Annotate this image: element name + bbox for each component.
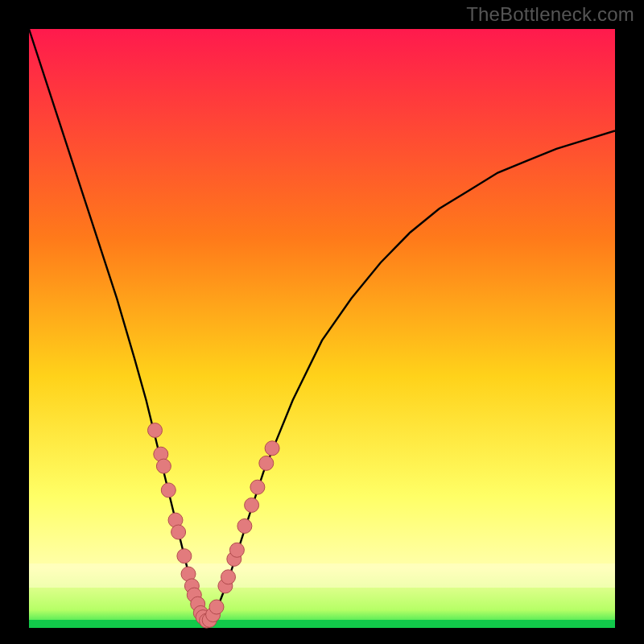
green-edge [29,620,615,628]
marker-dot [171,525,186,539]
marker-dot [259,456,274,470]
marker-dot [209,600,224,614]
bottleneck-chart [0,0,644,644]
marker-dot [161,483,175,497]
marker-dot [237,519,252,534]
marker-dot [156,459,171,473]
marker-dot [221,570,236,584]
plot-background [29,29,615,628]
marker-dot [177,549,192,564]
watermark-text: TheBottleneck.com [466,3,634,26]
marker-dot [245,498,259,513]
chart-stage: TheBottleneck.com [0,0,644,644]
marker-dot [148,423,163,438]
marker-dot [229,543,244,557]
marker-dot [250,480,265,494]
marker-dot [265,441,279,456]
pale-band [29,564,615,588]
